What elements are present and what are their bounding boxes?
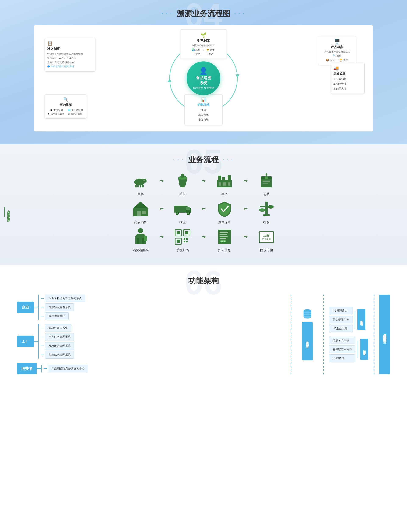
label-raw: 原料	[137, 192, 144, 196]
svg-rect-23	[263, 183, 268, 184]
svg-rect-9	[181, 174, 184, 178]
arch-item-consumer1: 产品溯源信息公共查询中心	[48, 365, 88, 372]
arrow2: ⇒	[202, 178, 205, 190]
svg-point-37	[259, 208, 265, 212]
arrow1: ⇒	[160, 178, 164, 190]
svg-rect-13	[228, 175, 231, 180]
arch-far-right: 产品追溯大数据平台	[379, 295, 390, 374]
arch-item-factory3: 检验报告管理系统	[45, 342, 74, 350]
arch-item-enterprise3: 分销防窜系统	[45, 312, 69, 320]
svg-rect-4	[137, 185, 139, 187]
svg-rect-27	[142, 211, 146, 214]
svg-rect-55	[219, 232, 228, 233]
node-raw: 原料	[121, 171, 160, 196]
svg-point-38	[268, 205, 274, 209]
svg-rect-22	[263, 181, 270, 182]
title-dots-right: · · ·	[235, 11, 245, 16]
box-query: 🔍 查询终端 📱 手机查询 🌐 互联网查询 📞 400电话查询 🖥 查询机查询	[45, 94, 87, 119]
node-collect: 采集	[164, 171, 202, 196]
svg-rect-12	[222, 177, 225, 180]
box-access-title: 准入制度	[47, 47, 93, 51]
database-icon	[302, 308, 313, 320]
section-traceability: 04 · · · 溯源业务流程图 · · ·	[0, 0, 407, 144]
business-flow-content: 产品防伪监控和追踪	[0, 171, 407, 252]
title-dots-left: · · ·	[162, 11, 172, 16]
svg-rect-6	[142, 185, 143, 187]
separator2	[323, 295, 324, 374]
center-line1: 食品追溯	[196, 76, 211, 81]
section-business: 05 · · · 业务流程 · · · 产品防伪监控和追踪	[0, 144, 407, 265]
node-package: 包装	[247, 171, 286, 196]
node-production: 生产	[205, 171, 243, 196]
node-logistics: 物流	[164, 200, 202, 224]
svg-rect-5	[140, 185, 141, 187]
svg-rect-49	[177, 240, 180, 243]
box-circulation: 🚚 流通检测 1. 分装销售 2. 物流管理 3. 商品入库	[331, 63, 365, 94]
arch-right-items1: PC管理后台 手机管理APP H5企业工具	[329, 307, 353, 332]
arch-item-factory2: 生产任务管理系统	[45, 333, 74, 341]
svg-rect-60	[221, 241, 222, 242]
svg-rect-47	[185, 231, 188, 234]
svg-rect-16	[228, 183, 230, 186]
box-sales: 📊 销售终端 商超 农贸市场 批发市场	[184, 94, 223, 125]
svg-point-69	[304, 315, 311, 318]
svg-rect-62	[224, 241, 225, 242]
label-logistics: 物流	[179, 220, 186, 224]
arrow5: ⇐	[202, 206, 205, 218]
svg-rect-17	[261, 178, 272, 187]
box-product-sub: 产地要求产品信息登注程	[321, 50, 353, 53]
arch-item-enterprise2: 溯源标识管理系统	[45, 303, 74, 311]
arch-right-item-tablet: 信息录入平板	[329, 337, 355, 344]
svg-rect-41	[137, 238, 139, 244]
arch-label-enterprise: 企业	[17, 302, 34, 313]
arch-middle-label: 分布式数据库部署基于阿里云	[302, 322, 313, 360]
arch-right-label2: 智能物联网设备	[360, 339, 368, 360]
center-line2: 系统	[200, 81, 207, 86]
node-consumer: 消费者购买	[121, 227, 160, 252]
arrow4: ⇐	[160, 206, 164, 218]
label-production: 生产	[221, 192, 228, 196]
center-person-icon: 👤	[199, 67, 208, 75]
arrow7: ⇒	[160, 234, 164, 246]
svg-rect-56	[219, 234, 227, 235]
arch-right-item-collector: 仓储数据采集器	[329, 346, 355, 353]
arch-group-consumer: 消费者 产品溯源信息公共查询中心	[17, 363, 286, 374]
arch-right-label1: 电子信息终端	[357, 309, 365, 330]
box-access: 📋 准入制度 经销商：农资经销商 农产品经销商 涉农企业：合作社 农业公司 农资…	[45, 38, 95, 72]
box-sales-title: 销售终端	[187, 103, 220, 107]
label-antifake: 防伪追溯	[260, 248, 273, 252]
svg-rect-3	[135, 185, 137, 187]
box-production-title: 生产档案	[183, 39, 224, 43]
svg-rect-26	[137, 211, 141, 216]
label-inspect: 检验	[263, 220, 270, 224]
svg-rect-51	[186, 238, 188, 240]
arch-right-item-pc: PC管理后台	[329, 307, 353, 314]
label-store: 商店销售	[134, 220, 147, 224]
arch-label-factory: 工厂	[17, 336, 34, 347]
arch-item-factory1: 原材料管理系统	[45, 324, 71, 332]
center-sub: 政府监管 销售查询	[193, 86, 215, 90]
box-production-sub: 依照种植标准进行生产	[183, 44, 224, 47]
svg-rect-19	[265, 176, 268, 179]
section-function: 06 功能架构 企业 企业全程追溯管理营销系统	[0, 265, 407, 387]
flow-center-circle: 👤 食品追溯 系统 政府监管 销售查询	[187, 61, 220, 95]
node-quality: 质量保障	[205, 200, 243, 224]
svg-point-7	[143, 180, 145, 181]
arrow9: ⇒	[243, 234, 247, 246]
svg-rect-50	[184, 238, 185, 240]
svg-point-40	[138, 228, 143, 233]
box-product-title: 产品档案	[321, 45, 353, 49]
separator1	[291, 295, 291, 374]
arrow6: ⇐	[243, 206, 247, 218]
label-collect: 采集	[179, 192, 186, 196]
svg-rect-57	[219, 236, 228, 237]
svg-rect-30	[186, 207, 190, 210]
box-circulation-title: 流通检测	[333, 72, 362, 76]
arch-right-item-app: 手机管理APP	[329, 316, 353, 323]
box-production: 🌱 生产档案 依照种植标准进行生产 🌍 地块→👨‍🌾 农户 ↓ 农资←↓ 生产	[180, 30, 227, 59]
node-store: 商店销售	[121, 200, 160, 224]
svg-point-21	[266, 173, 267, 175]
node-scan-info: 扫码信息	[205, 227, 243, 252]
separator3	[374, 295, 374, 374]
section1-title: · · · 溯源业务流程图 · · ·	[0, 8, 407, 19]
